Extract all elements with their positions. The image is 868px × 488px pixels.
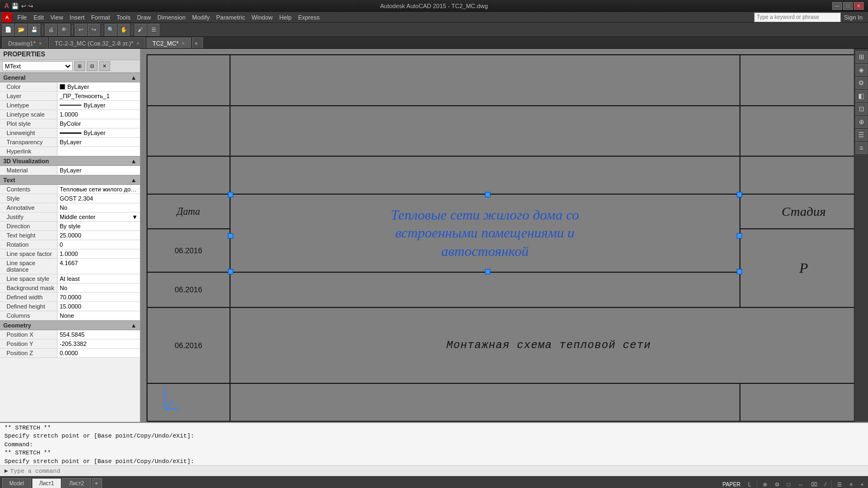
prop-material: Material ByLayer [0, 166, 140, 175]
right-btn-1[interactable]: ⊞ [856, 51, 867, 63]
prop-position-y: Position Y -205.3382 [0, 339, 140, 349]
maximize-button[interactable]: □ [843, 2, 853, 10]
bottom-tab-list1[interactable]: Лист1 [32, 478, 61, 488]
toolbar-redo[interactable]: ↪ [88, 24, 100, 36]
sign-in-button[interactable]: Sign In [841, 12, 866, 23]
search-input[interactable] [754, 12, 841, 22]
props-btn-3[interactable]: ✕ [99, 61, 110, 71]
r-text: Р [800, 260, 808, 276]
cell-bottom-2 [230, 383, 740, 421]
tab-new[interactable]: + [192, 37, 203, 48]
bottom-tab-add[interactable]: + [92, 478, 102, 488]
right-btn-8[interactable]: ≡ [856, 142, 867, 154]
status-snap[interactable]: ⊕ [761, 481, 769, 487]
menu-file[interactable]: File [14, 12, 30, 23]
sel-handle-mr [737, 233, 742, 239]
sel-handle-bc [485, 269, 490, 274]
right-btn-4[interactable]: ◧ [856, 90, 867, 102]
cell-date-1: 06.2016 [147, 229, 230, 272]
status-l[interactable]: L [746, 481, 754, 487]
right-btn-5[interactable]: ⊡ [856, 103, 867, 115]
right-btn-7[interactable]: ☰ [856, 129, 867, 141]
menu-express[interactable]: Express [295, 12, 323, 23]
menu-tools[interactable]: Tools [113, 12, 134, 23]
toolbar-zoom[interactable]: 🔍 [105, 24, 117, 36]
minimize-button[interactable]: — [832, 2, 842, 10]
menu-draw[interactable]: Draw [133, 12, 154, 23]
cell-main-title-span: Тепловые сети жилого дома со встроенными… [230, 194, 740, 272]
general-section-header[interactable]: General ▲ [0, 73, 140, 82]
menu-modify[interactable]: Modify [189, 12, 213, 23]
right-btn-2[interactable]: ◈ [856, 64, 867, 76]
toolbar-match[interactable]: 🖌 [135, 24, 146, 36]
mtext-type-select[interactable]: MText [2, 61, 73, 71]
menu-format[interactable]: Format [88, 12, 113, 23]
bottom-tab-model[interactable]: Model [2, 478, 31, 488]
quick-access-redo[interactable]: ↪ [28, 3, 33, 10]
menu-edit[interactable]: Edit [30, 12, 47, 23]
menu-dimension[interactable]: Dimension [154, 12, 189, 23]
properties-toolbar: MText ⊞ ⊟ ✕ [0, 60, 140, 73]
cell-empty-5 [230, 106, 740, 157]
bottom-tab-list2[interactable]: Лист2 [62, 478, 91, 488]
menu-window[interactable]: Window [248, 12, 276, 23]
prop-linetype-scale: Linetype scale 1.0000 [0, 110, 140, 119]
geometry-section-header[interactable]: Geometry ▲ [0, 320, 140, 330]
menu-parametric[interactable]: Parametric [213, 12, 248, 23]
status-toolbar[interactable]: ≡ [847, 481, 855, 487]
quick-access-undo[interactable]: ↩ [21, 3, 26, 10]
toolbar-layer[interactable]: ☰ [148, 24, 159, 36]
toolbar-save[interactable]: 💾 [28, 24, 40, 36]
properties-title: PROPERTIES [0, 49, 140, 60]
right-btn-3[interactable]: ⚙ [856, 77, 867, 89]
3d-section-header[interactable]: 3D Visualization ▲ [0, 156, 140, 166]
status-ortho[interactable]: □ [785, 481, 793, 487]
toolbar-undo[interactable]: ↩ [75, 24, 87, 36]
status-customize[interactable]: + [858, 481, 866, 487]
status-osnap[interactable]: ⌧ [809, 481, 820, 487]
menu-help[interactable]: Help [276, 12, 295, 23]
toolbar-pan[interactable]: ✋ [118, 24, 130, 36]
tab-tc2mc[interactable]: TC2_MC* × [146, 37, 191, 48]
prop-line-space-style: Line space style At least [0, 274, 140, 284]
prop-background-mask: Background mask No [0, 284, 140, 293]
toolbar-new[interactable]: 📄 [2, 24, 14, 36]
sel-handle-tl [228, 192, 233, 197]
text-section-header[interactable]: Text ▲ [0, 175, 140, 185]
status-workspace[interactable]: ☰ [835, 481, 844, 487]
status-polar[interactable]: ↔ [796, 481, 806, 487]
toolbar-plot[interactable]: 🖨 [45, 24, 57, 36]
canvas-area[interactable]: Дата [141, 49, 868, 422]
prop-color: Color ByLayer [0, 82, 140, 92]
props-btn-1[interactable]: ⊞ [74, 61, 85, 71]
autocad-logo: A [2, 12, 12, 22]
right-btn-6[interactable]: ⊕ [856, 116, 867, 128]
status-3d[interactable]: ∕ [823, 481, 828, 487]
tab-drawing1[interactable]: Drawing1* × [2, 37, 48, 48]
lineweight-preview [60, 132, 81, 134]
cell-bottom-1 [147, 383, 230, 421]
toolbar-preview[interactable]: 👁 [58, 24, 70, 36]
bottom-tabs-bar: Model Лист1 Лист2 + PAPER L ⊕ ⚙ □ ↔ ⌧ ∕ … [0, 476, 868, 488]
prop-plot-style: Plot style ByColor [0, 119, 140, 129]
tab-drawing1-close[interactable]: × [39, 41, 42, 46]
prop-layer: Layer _ПР_Тепносеть_1 [0, 92, 140, 101]
command-input[interactable] [10, 468, 864, 474]
menu-insert[interactable]: Insert [66, 12, 88, 23]
close-button[interactable]: ✕ [854, 2, 864, 10]
quick-access-save[interactable]: 💾 [11, 3, 19, 10]
date1-text: 06.2016 [175, 246, 202, 255]
tab-tc23mc-close[interactable]: × [137, 41, 139, 46]
status-grid[interactable]: ⚙ [773, 481, 782, 487]
prop-line-space-distance: Line space distance 4.1667 [0, 259, 140, 274]
menu-view[interactable]: View [47, 12, 67, 23]
toolbar-open[interactable]: 📂 [15, 24, 27, 36]
props-btn-2[interactable]: ⊟ [87, 61, 98, 71]
tab-tc23mc[interactable]: TC-2-3_MC (Сов.32_2-й эт.)* × [49, 37, 145, 48]
window-controls: — □ ✕ [832, 2, 864, 10]
tab-tc2mc-close[interactable]: × [182, 41, 184, 46]
prop-annotative: Annotative No [0, 203, 140, 213]
status-paper[interactable]: PAPER [720, 481, 743, 487]
properties-panel: PROPERTIES MText ⊞ ⊟ ✕ General ▲ Color B… [0, 49, 141, 422]
linetype-preview [60, 105, 81, 106]
